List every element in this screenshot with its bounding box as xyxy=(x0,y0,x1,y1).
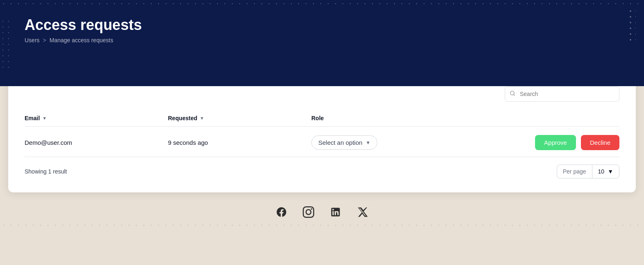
facebook-icon[interactable] xyxy=(274,205,289,219)
breadcrumb-separator: > xyxy=(43,37,46,43)
actions-cell: Approve Decline xyxy=(535,135,619,150)
page-header: Access requests Users > Manage access re… xyxy=(0,0,644,86)
header-dots-right xyxy=(628,8,636,41)
col-header-email[interactable]: Email ▼ xyxy=(25,115,168,121)
table-row: Demo@user.com 9 seconds ago Select an op… xyxy=(25,128,619,157)
cell-role: Select an option ▼ xyxy=(311,135,535,150)
x-twitter-icon[interactable] xyxy=(355,205,370,219)
decline-button[interactable]: Decline xyxy=(581,135,619,150)
content-card: Email ▼ Requested ▼ Role Demo@user.com 9… xyxy=(8,74,636,192)
page-title: Access requests xyxy=(25,16,619,34)
search-wrapper xyxy=(505,86,619,102)
header-dots-left xyxy=(0,18,12,68)
breadcrumb-parent[interactable]: Users xyxy=(25,37,40,43)
footer-dots xyxy=(0,223,644,228)
linkedin-icon[interactable] xyxy=(328,205,343,219)
col-header-role: Role xyxy=(311,115,619,121)
per-page-value: 10 xyxy=(598,168,605,175)
svg-line-1 xyxy=(514,94,515,96)
role-select-label: Select an option xyxy=(318,139,363,146)
breadcrumb-current: Manage access requests xyxy=(50,37,113,43)
search-icon xyxy=(510,91,515,98)
page-footer xyxy=(0,192,644,228)
cell-email: Demo@user.com xyxy=(25,139,168,146)
per-page-chevron-icon: ▼ xyxy=(608,168,613,175)
table-footer: Showing 1 result Per page 10 ▼ xyxy=(25,157,619,180)
col-header-requested[interactable]: Requested ▼ xyxy=(168,115,311,121)
chevron-down-icon: ▼ xyxy=(366,140,371,146)
requested-sort-icon: ▼ xyxy=(200,116,204,121)
header-dots-top xyxy=(0,0,644,7)
approve-button[interactable]: Approve xyxy=(535,135,576,150)
per-page-wrapper: Per page 10 ▼ xyxy=(557,164,619,178)
instagram-icon[interactable] xyxy=(301,205,316,219)
per-page-label: Per page xyxy=(557,165,592,178)
per-page-select[interactable]: 10 ▼ xyxy=(592,165,619,178)
email-sort-icon: ▼ xyxy=(42,116,47,121)
search-container xyxy=(25,86,619,102)
table-header: Email ▼ Requested ▼ Role xyxy=(25,110,619,127)
role-select-dropdown[interactable]: Select an option ▼ xyxy=(311,135,377,150)
cell-requested: 9 seconds ago xyxy=(168,139,311,146)
breadcrumb: Users > Manage access requests xyxy=(25,37,619,43)
search-input[interactable] xyxy=(505,86,619,102)
showing-results-text: Showing 1 result xyxy=(25,168,67,175)
